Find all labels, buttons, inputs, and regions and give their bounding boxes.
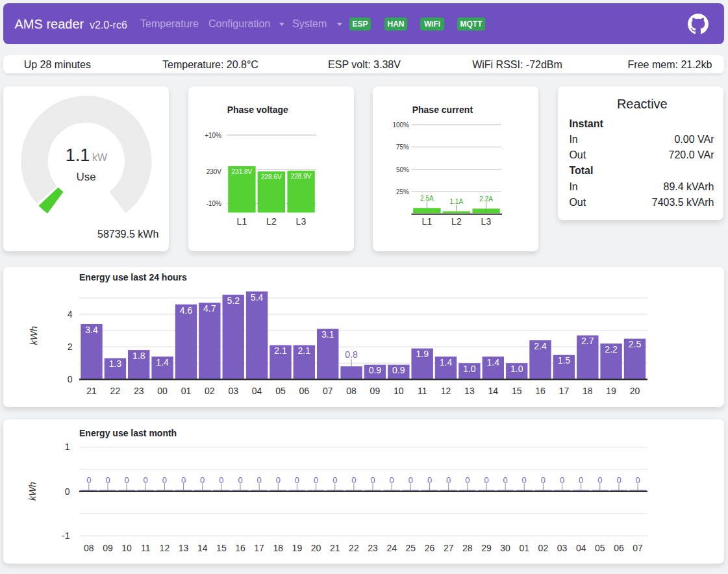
- svg-text:0: 0: [144, 475, 148, 485]
- svg-text:0: 0: [579, 475, 583, 485]
- svg-text:0: 0: [200, 475, 205, 485]
- svg-text:17: 17: [559, 386, 570, 396]
- svg-text:27: 27: [444, 543, 454, 553]
- svg-text:0: 0: [635, 475, 640, 485]
- svg-text:11: 11: [418, 386, 427, 396]
- svg-text:05: 05: [595, 543, 605, 553]
- svg-text:03: 03: [557, 543, 568, 553]
- svg-text:231.8V: 231.8V: [232, 168, 253, 175]
- svg-text:15: 15: [216, 543, 227, 553]
- svg-text:04: 04: [252, 386, 262, 396]
- svg-text:09: 09: [103, 543, 113, 553]
- svg-text:20: 20: [630, 386, 640, 396]
- svg-text:30: 30: [500, 543, 510, 553]
- svg-text:3.1: 3.1: [321, 329, 334, 340]
- svg-text:Phase current: Phase current: [412, 105, 473, 115]
- svg-text:1.3: 1.3: [109, 358, 122, 369]
- svg-text:13: 13: [464, 386, 475, 396]
- svg-text:08: 08: [84, 543, 94, 553]
- svg-text:10: 10: [394, 386, 404, 396]
- svg-text:kW: kW: [92, 152, 108, 163]
- svg-text:0: 0: [86, 475, 91, 485]
- svg-text:04: 04: [576, 543, 586, 553]
- svg-text:0: 0: [408, 475, 413, 485]
- svg-text:18: 18: [583, 386, 593, 396]
- svg-text:14: 14: [197, 543, 208, 553]
- svg-text:5.4: 5.4: [251, 292, 264, 303]
- svg-text:3.4: 3.4: [85, 325, 98, 335]
- svg-text:19: 19: [606, 386, 616, 396]
- svg-text:228.6V: 228.6V: [261, 173, 282, 181]
- svg-text:50%: 50%: [396, 166, 409, 173]
- svg-text:12: 12: [441, 386, 451, 396]
- svg-text:0: 0: [427, 475, 432, 485]
- svg-text:0.8: 0.8: [345, 349, 358, 360]
- svg-text:0: 0: [162, 475, 167, 485]
- svg-text:01: 01: [519, 543, 529, 553]
- svg-text:Phase voltage: Phase voltage: [227, 105, 288, 115]
- svg-text:1: 1: [65, 442, 70, 452]
- svg-text:1.1: 1.1: [66, 145, 90, 165]
- svg-text:1.8: 1.8: [132, 351, 145, 361]
- svg-text:4: 4: [68, 309, 73, 319]
- svg-text:0: 0: [181, 475, 186, 485]
- svg-text:16: 16: [535, 386, 546, 396]
- svg-text:17: 17: [254, 543, 264, 553]
- svg-text:1.9: 1.9: [416, 349, 429, 359]
- svg-text:20: 20: [311, 543, 321, 553]
- svg-text:2.2A: 2.2A: [479, 195, 493, 203]
- svg-text:22: 22: [110, 386, 121, 396]
- svg-text:5.2: 5.2: [227, 295, 240, 306]
- svg-text:19: 19: [292, 543, 303, 553]
- svg-text:L1: L1: [422, 216, 433, 227]
- svg-text:00: 00: [157, 386, 168, 396]
- svg-text:0: 0: [276, 475, 281, 485]
- svg-text:21: 21: [86, 386, 97, 396]
- svg-text:22: 22: [349, 543, 359, 553]
- svg-text:0: 0: [238, 475, 242, 485]
- svg-text:0: 0: [351, 475, 356, 485]
- svg-text:2.1: 2.1: [274, 345, 287, 356]
- svg-text:09: 09: [370, 386, 381, 396]
- svg-text:Use: Use: [76, 171, 95, 183]
- svg-text:0: 0: [68, 374, 73, 384]
- svg-text:0: 0: [465, 475, 470, 485]
- svg-text:L3: L3: [481, 216, 492, 227]
- svg-text:0.9: 0.9: [392, 365, 405, 375]
- svg-text:0: 0: [219, 475, 223, 485]
- svg-text:0: 0: [295, 475, 299, 485]
- svg-text:07: 07: [323, 386, 333, 396]
- svg-text:16: 16: [235, 543, 245, 553]
- svg-text:75%: 75%: [396, 144, 409, 151]
- svg-text:02: 02: [205, 386, 215, 396]
- svg-text:1.4: 1.4: [487, 357, 500, 368]
- svg-text:01: 01: [181, 386, 192, 396]
- svg-text:18: 18: [273, 543, 284, 553]
- svg-text:11: 11: [141, 543, 151, 553]
- svg-text:1.0: 1.0: [463, 364, 476, 374]
- svg-text:10: 10: [121, 543, 132, 553]
- svg-text:0: 0: [257, 475, 261, 485]
- svg-text:0: 0: [616, 475, 621, 485]
- svg-text:2: 2: [68, 342, 73, 352]
- svg-text:2.2: 2.2: [605, 344, 618, 355]
- svg-text:kWh: kWh: [29, 326, 39, 345]
- svg-text:03: 03: [228, 386, 238, 396]
- svg-text:14: 14: [488, 386, 499, 396]
- svg-text:1.5: 1.5: [558, 355, 571, 366]
- svg-text:05: 05: [275, 386, 286, 396]
- svg-text:0: 0: [314, 475, 318, 485]
- svg-text:06: 06: [299, 386, 310, 396]
- svg-text:25%: 25%: [396, 188, 409, 195]
- svg-text:1.4: 1.4: [156, 357, 169, 368]
- svg-text:1.0: 1.0: [510, 364, 523, 374]
- svg-text:15: 15: [512, 386, 522, 396]
- svg-text:25: 25: [406, 543, 416, 553]
- svg-text:0: 0: [560, 475, 564, 485]
- svg-text:1.4: 1.4: [440, 357, 453, 368]
- svg-text:12: 12: [160, 543, 170, 553]
- svg-text:0: 0: [597, 475, 602, 485]
- svg-text:23: 23: [134, 386, 144, 396]
- svg-text:2.7: 2.7: [581, 336, 594, 346]
- svg-text:58739.5 kWh: 58739.5 kWh: [97, 229, 158, 240]
